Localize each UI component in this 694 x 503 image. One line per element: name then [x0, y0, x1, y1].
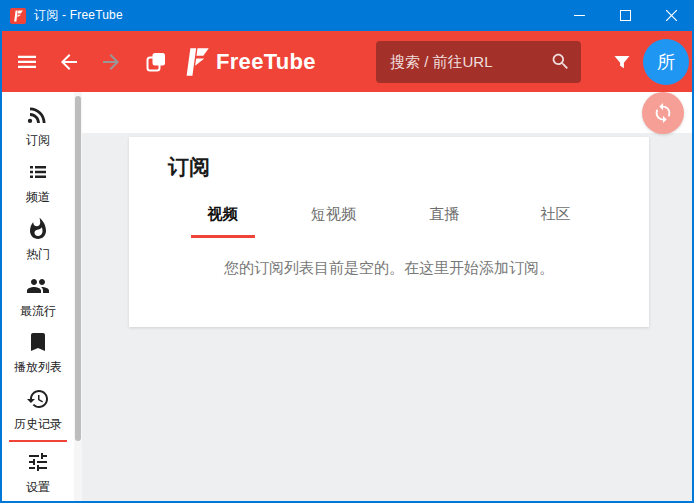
hamburger-icon [15, 50, 39, 74]
sidebar-item-label: 热门 [26, 246, 50, 263]
close-icon [666, 10, 677, 21]
search-filter-button[interactable] [608, 48, 636, 76]
refresh-icon [652, 102, 674, 124]
active-tab-underline [191, 235, 255, 238]
content-area: 订阅 视频 短视频 直播 [82, 92, 692, 501]
sidebar-item-channels[interactable]: 频道 [2, 155, 74, 212]
minimize-icon [574, 10, 585, 21]
refresh-subscriptions-button[interactable] [642, 92, 684, 134]
arrow-forward-icon [99, 50, 123, 74]
titlebar: 订阅 - FreeTube [0, 0, 694, 31]
freetube-flag-icon [184, 47, 209, 77]
search-bar [376, 41, 581, 83]
maximize-button[interactable] [602, 0, 648, 31]
sidebar-item-label: 设置 [26, 479, 50, 496]
tab-label: 直播 [430, 205, 460, 222]
people-icon [26, 274, 50, 298]
freetube-logo-icon [13, 10, 23, 22]
tab-label: 短视频 [311, 205, 356, 222]
new-window-button[interactable] [142, 48, 170, 76]
content-top-strip [82, 92, 692, 133]
new-window-icon [144, 50, 168, 74]
rss-icon [26, 103, 50, 127]
back-button[interactable] [55, 48, 83, 76]
maximize-icon [620, 10, 631, 21]
sidebar-item-label: 订阅 [26, 132, 50, 149]
sidebar-item-settings[interactable]: 设置 [2, 444, 74, 501]
freetube-logo[interactable]: FreeTube [184, 47, 316, 77]
sidebar-item-label: 历史记录 [14, 416, 62, 433]
history-clock-icon [26, 387, 50, 411]
sidebar-item-history[interactable]: 历史记录 [2, 382, 74, 439]
sidebar-item-most-popular[interactable]: 最流行 [2, 268, 74, 325]
forward-button-disabled[interactable] [97, 48, 125, 76]
sidebar: 订阅 频道 热门 [2, 92, 82, 501]
filter-funnel-icon [610, 50, 634, 74]
profile-avatar-label: 所 [657, 50, 675, 74]
empty-state-message: 您的订阅列表目前是空的。在这里开始添加订阅。 [129, 259, 649, 278]
arrow-back-icon [57, 50, 81, 74]
sidebar-scrollbar[interactable] [74, 92, 82, 501]
sidebar-divider [9, 440, 67, 442]
channel-list-icon [26, 160, 50, 184]
search-icon[interactable] [550, 51, 571, 72]
page-title: 订阅 [168, 153, 649, 181]
profile-avatar[interactable]: 所 [643, 39, 689, 85]
minimize-button[interactable] [556, 0, 602, 31]
tab-community[interactable]: 社区 [500, 203, 611, 238]
top-nav-bar: FreeTube 所 [2, 31, 692, 92]
window-title: 订阅 - FreeTube [34, 7, 123, 24]
sidebar-item-subscriptions[interactable]: 订阅 [2, 98, 74, 155]
hamburger-menu-button[interactable] [13, 48, 41, 76]
fire-icon [26, 217, 50, 241]
sidebar-item-playlists[interactable]: 播放列表 [2, 325, 74, 382]
freetube-window: 订阅 - FreeTube [0, 0, 694, 503]
tab-videos[interactable]: 视频 [167, 203, 278, 238]
sidebar-item-trending[interactable]: 热门 [2, 211, 74, 268]
bookmark-icon [26, 330, 50, 354]
tab-label: 社区 [541, 205, 571, 222]
app-icon [10, 8, 26, 24]
close-button[interactable] [648, 0, 694, 31]
subscriptions-card: 订阅 视频 短视频 直播 [129, 137, 649, 327]
settings-sliders-icon [26, 450, 50, 474]
tab-live[interactable]: 直播 [389, 203, 500, 238]
logo-wordmark: FreeTube [216, 49, 316, 75]
subscription-tabs: 视频 短视频 直播 社区 [167, 203, 611, 238]
sidebar-item-label: 频道 [26, 189, 50, 206]
tab-shorts[interactable]: 短视频 [278, 203, 389, 238]
sidebar-item-label: 最流行 [20, 303, 56, 320]
sidebar-item-label: 播放列表 [14, 359, 62, 376]
tab-label: 视频 [208, 205, 238, 222]
sidebar-scrollbar-thumb[interactable] [75, 96, 81, 441]
